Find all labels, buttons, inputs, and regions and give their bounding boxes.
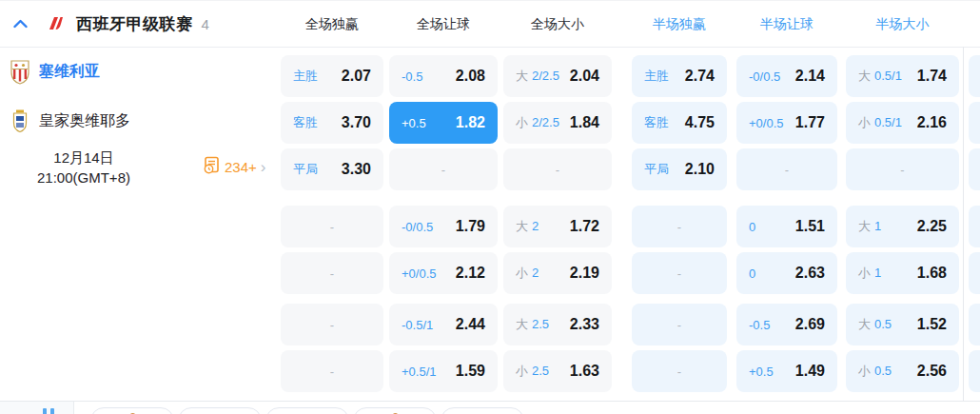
odds-cell[interactable]: 平局3.30 (281, 148, 383, 190)
odds-cell[interactable]: 小22.19 (503, 252, 612, 294)
empty-dash: - (749, 163, 825, 177)
league-header: 西班牙甲级联赛 4 全场独赢 全场让球 全场大小 半场独赢 半场让球 半场大小 (0, 1, 980, 48)
odds-cell[interactable]: -0.5/12.44 (389, 304, 498, 345)
odds-cell[interactable]: 主胜2.74 (632, 55, 727, 97)
odds-cell[interactable]: 平局2.10 (632, 148, 727, 190)
odds-cell-empty[interactable]: - (736, 148, 837, 190)
market-pill[interactable] (353, 407, 437, 414)
odds-line-label: 大0.5 (858, 316, 892, 333)
empty-dash: - (293, 365, 371, 379)
odds-cell[interactable]: -0/0.51.79 (389, 206, 498, 247)
odds-value: 2.19 (570, 265, 599, 282)
odds-cell-empty[interactable]: - (503, 148, 612, 190)
odds-cell-empty[interactable]: - (846, 148, 959, 190)
odds-cell-empty[interactable]: - (632, 206, 727, 247)
odds-cell[interactable]: 大12.25 (846, 206, 959, 247)
odds-cell[interactable]: 主胜2.07 (281, 55, 383, 97)
odds-line-label: 平局 (293, 161, 318, 178)
odds-line-label: +0.5 (402, 116, 426, 130)
odds-line-label: 小1 (858, 265, 881, 282)
odds-line-label: 小2.5 (516, 363, 549, 380)
odds-cell-empty[interactable]: - (281, 304, 383, 345)
odds-cell[interactable]: +0/0.51.77 (736, 102, 837, 144)
odds-value: 1.82 (456, 114, 485, 131)
empty-dash: - (644, 266, 715, 281)
odds-value: 2.33 (570, 316, 599, 333)
odds-value: 3.30 (342, 161, 371, 178)
odds-line-label: +0/0.5 (402, 266, 437, 281)
more-markets-link[interactable]: 234+ › (203, 156, 265, 178)
odds-cell[interactable]: 小2.51.63 (503, 350, 612, 392)
odds-cell[interactable]: 大2.52.33 (503, 304, 612, 345)
over-under-prefix: 大 (516, 219, 528, 233)
market-pill[interactable] (441, 407, 524, 414)
over-under-prefix: 大 (858, 219, 871, 233)
odds-value: 1.49 (795, 363, 825, 380)
odds-cell[interactable]: +0.51.49 (736, 350, 837, 392)
odds-cell-empty[interactable]: - (632, 350, 727, 392)
odds-line-label: 大2/2.5 (516, 68, 559, 85)
odds-value: 2.25 (917, 218, 947, 235)
column-header-ft-totals[interactable]: 全场大小 (503, 1, 612, 47)
column-header-ht-handicap[interactable]: 半场让球 (736, 1, 837, 47)
league-match-count: 4 (202, 16, 209, 32)
team-row-home[interactable]: 塞维利亚 (10, 59, 100, 85)
laliga-logo-icon (46, 14, 65, 33)
odds-cell[interactable]: +0.51.82 (389, 102, 498, 144)
odds-line-label: 大2.5 (516, 316, 549, 333)
odds-cell[interactable]: 客胜4.75 (632, 102, 727, 144)
odds-value: 2.56 (917, 363, 947, 380)
league-title: 西班牙甲级联赛 (76, 13, 193, 35)
column-header-ht-totals[interactable]: 半场大小 (846, 1, 959, 47)
odds-cell-empty[interactable]: - (632, 304, 727, 345)
market-pill[interactable] (265, 407, 349, 414)
markets-count: 234+ (225, 159, 257, 175)
odds-cell-empty[interactable]: - (281, 252, 383, 294)
odds-line-label: 大1 (858, 218, 881, 235)
odds-value: 1.79 (456, 218, 485, 235)
empty-dash: - (293, 266, 371, 281)
column-header-ht-1x2[interactable]: 半场独赢 (632, 1, 727, 47)
odds-cell[interactable]: 小0.5/12.16 (846, 102, 959, 144)
odds-cell[interactable]: -0/0.52.14 (736, 55, 837, 97)
odds-cell[interactable]: -0.52.69 (736, 304, 837, 345)
odds-line-label: 大0.5/1 (858, 68, 902, 85)
odds-cell[interactable]: 大0.51.52 (846, 304, 959, 345)
away-team-crest-icon (10, 108, 30, 134)
odds-cell[interactable]: +0/0.52.12 (389, 252, 498, 294)
odds-value: 2.08 (456, 68, 485, 85)
odds-line-label: -0.5/1 (402, 318, 433, 332)
odds-cell[interactable]: 大0.5/11.74 (846, 55, 959, 97)
away-team-name: 皇家奥维耶多 (39, 111, 130, 131)
home-team-name: 塞维利亚 (39, 62, 100, 82)
market-pill[interactable] (90, 407, 174, 414)
odds-cell[interactable]: 01.51 (736, 206, 837, 247)
next-row-blue-icon (50, 408, 54, 414)
odds-cell[interactable]: 大21.72 (503, 206, 612, 247)
odds-cell[interactable]: 02.63 (736, 252, 837, 294)
odds-cell[interactable]: 小2/2.51.84 (503, 102, 612, 144)
odds-cell[interactable]: 客胜3.70 (281, 102, 383, 144)
team-row-away[interactable]: 皇家奥维耶多 (10, 108, 130, 134)
odds-cell[interactable]: -0.52.08 (389, 55, 498, 97)
odds-cell[interactable]: 小0.52.56 (846, 350, 959, 392)
odds-cell-empty[interactable]: - (281, 206, 383, 247)
odds-line-label: 主胜 (293, 68, 318, 85)
odds-line-label: +0/0.5 (749, 116, 784, 130)
market-pill[interactable] (178, 407, 262, 414)
odds-line-label: -0.5 (402, 69, 422, 84)
odds-cell[interactable]: 大2/2.52.04 (503, 55, 612, 97)
collapse-chevron-up-icon[interactable] (11, 15, 29, 32)
odds-cell[interactable]: +0.5/11.59 (389, 350, 498, 392)
odds-cell-empty[interactable]: - (389, 148, 498, 190)
over-under-prefix: 大 (858, 317, 871, 331)
column-header-ft-1x2[interactable]: 全场独赢 (281, 1, 383, 47)
over-under-prefix: 小 (858, 266, 871, 280)
odds-cell[interactable]: 小11.68 (846, 252, 959, 294)
odds-value: 1.74 (917, 68, 947, 85)
odds-cell-empty[interactable]: - (632, 252, 727, 294)
odds-cell-empty[interactable]: - (281, 350, 383, 392)
match-time: 12月14日 21:00(GMT+8) (15, 148, 152, 187)
column-header-ft-handicap[interactable]: 全场让球 (389, 1, 498, 47)
odds-value: 1.68 (917, 265, 947, 282)
